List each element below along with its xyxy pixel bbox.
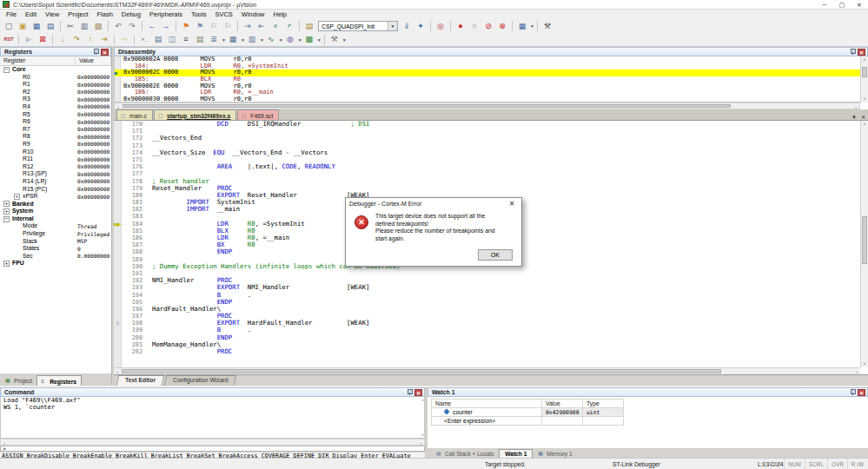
step-over-icon[interactable]: ↷ xyxy=(70,34,83,45)
open-folder-icon[interactable]: ▣ xyxy=(17,21,29,32)
watch-col-type[interactable]: Type xyxy=(583,399,624,408)
register-row[interactable]: R40x00000000 xyxy=(0,103,111,111)
target-select-combo[interactable]: CSP_QUADSPI_Init▼ xyxy=(318,21,398,31)
tab-project[interactable]: ▦Project xyxy=(2,375,36,386)
menu-edit[interactable]: Edit xyxy=(21,10,41,18)
register-row[interactable]: +Banked xyxy=(0,201,111,208)
register-row[interactable]: R20x00000000 xyxy=(0,89,111,96)
disassembly-hscrollbar[interactable]: ‹ › xyxy=(114,102,860,109)
system-viewer-icon[interactable]: ▩ xyxy=(303,34,315,45)
chevron-down-icon[interactable]: ▼ xyxy=(530,23,534,29)
code-line[interactable]: 200 ENDP xyxy=(114,334,860,341)
new-file-icon[interactable]: ▢ xyxy=(3,21,15,32)
pin-icon[interactable] xyxy=(93,49,99,55)
breakpoint-insert-icon[interactable]: ● xyxy=(454,21,467,32)
code-line[interactable]: 195 ENDP xyxy=(114,299,860,306)
step-into-icon[interactable]: ↓ xyxy=(56,34,69,45)
save-icon[interactable]: ▦ xyxy=(30,21,43,32)
tab-call-stack-+-locals[interactable]: ▤Call Stack + Locals xyxy=(431,449,499,458)
register-row[interactable]: R110x00000000 xyxy=(0,155,111,163)
register-row[interactable]: −Core xyxy=(0,66,111,74)
bookmark-previous-icon[interactable]: ⚐ xyxy=(208,21,220,32)
panel-close-icon[interactable]: ✕ xyxy=(101,49,109,56)
tab-memory-1[interactable]: ▦Memory 1 xyxy=(533,449,577,458)
toolbox-icon[interactable]: ⚒ xyxy=(328,34,341,45)
chevron-down-icon[interactable]: ▼ xyxy=(298,37,302,43)
save-all-icon[interactable]: ▤ xyxy=(44,21,56,32)
pin-icon[interactable] xyxy=(407,389,413,395)
memory-window-icon[interactable]: ▦ xyxy=(227,34,239,45)
options-target-icon[interactable]: ✦ xyxy=(414,21,427,32)
redo-icon[interactable]: ↷ xyxy=(126,21,138,32)
ok-button[interactable]: OK xyxy=(478,249,513,261)
indent-right-icon[interactable]: ⇥ xyxy=(242,21,254,32)
stop-icon[interactable]: ⊠ xyxy=(36,34,49,45)
pin-icon[interactable] xyxy=(850,49,856,55)
panel-close-icon[interactable]: ✕ xyxy=(414,389,422,396)
chevron-down-icon[interactable]: ▼ xyxy=(342,37,347,43)
register-row[interactable]: R60x00000000 xyxy=(0,118,111,126)
scroll-up-icon[interactable]: ˄ xyxy=(421,398,424,403)
disassembly-line[interactable]: 0x90000030 0000 MOVS r0,r0 xyxy=(115,96,867,102)
breakpoint-enable-icon[interactable]: ○ xyxy=(468,21,480,32)
watch-window-icon[interactable]: ≣ xyxy=(208,34,220,45)
code-line[interactable]: 170 DCD DSI_IRQHandler ; DSI xyxy=(114,121,860,128)
register-row[interactable]: R70x00000000 xyxy=(0,126,111,134)
expand-icon[interactable]: + xyxy=(3,208,10,215)
panel-close-icon[interactable]: ✕ xyxy=(858,49,865,56)
run-icon[interactable]: ▶ xyxy=(23,34,35,45)
register-row[interactable]: R50x00000000 xyxy=(0,111,111,119)
code-line[interactable]: 176 AREA |.text|, CODE, READONLY xyxy=(114,163,860,170)
register-row[interactable]: +FPU xyxy=(0,260,111,268)
collapse-icon[interactable]: − xyxy=(3,67,10,73)
register-row[interactable]: R30x00000000 xyxy=(0,96,111,103)
code-line[interactable]: 202 PROC xyxy=(114,348,860,355)
flash-download-icon[interactable]: ⇓ xyxy=(401,21,413,32)
callstack-window-icon[interactable]: ▤ xyxy=(194,34,206,45)
tab-configuration-wizard[interactable]: Configuration Wizard xyxy=(164,375,237,386)
scroll-up-icon[interactable]: ˄ xyxy=(861,56,868,63)
disassembly-vscrollbar[interactable]: ˄ ˅ xyxy=(860,56,868,102)
register-row[interactable]: +System xyxy=(0,208,111,215)
scroll-down-icon[interactable]: ˅ xyxy=(421,433,424,438)
copy-icon[interactable]: ▥ xyxy=(78,21,90,32)
register-row[interactable]: StackMSP xyxy=(0,238,111,246)
expand-icon[interactable]: + xyxy=(3,201,10,207)
expand-icon[interactable]: + xyxy=(3,261,10,267)
scroll-up-icon[interactable]: ˄ xyxy=(861,121,868,128)
tab-F469.sct[interactable]: ▢F469.sct xyxy=(237,109,279,120)
command-input[interactable]: > xyxy=(0,446,425,452)
tools-wrench-icon[interactable]: ⚒ xyxy=(541,21,553,32)
editor-vscrollbar[interactable]: ˄ ˅ xyxy=(860,121,868,367)
watch-row[interactable]: <Enter expression> xyxy=(431,417,624,426)
trace-window-icon[interactable]: ◍ xyxy=(284,34,296,45)
register-row[interactable]: R14 (LR)0x00000000 xyxy=(0,178,111,186)
register-row[interactable]: −Internal xyxy=(0,215,111,223)
register-row[interactable]: +xPSR0x00000000 xyxy=(0,193,111,201)
comment-icon[interactable]: // xyxy=(269,21,282,32)
chevron-down-icon[interactable]: ▼ xyxy=(388,22,397,30)
menu-peripherals[interactable]: Peripherals xyxy=(145,10,187,18)
serial-window-icon[interactable]: ▥ xyxy=(246,34,258,45)
code-line[interactable]: 177 xyxy=(114,170,860,177)
menu-flash[interactable]: Flash xyxy=(93,10,117,18)
navigate-forward-icon[interactable]: → xyxy=(160,21,172,32)
undo-icon[interactable]: ↶ xyxy=(112,21,124,32)
dialog-close-icon[interactable]: ✕ xyxy=(506,200,518,208)
registers-window-icon[interactable]: ≡ xyxy=(180,34,192,45)
panel-close-icon[interactable]: ✕ xyxy=(858,389,865,396)
tab-text-editor[interactable]: Text Editor xyxy=(116,375,165,386)
uncomment-icon[interactable]: /* xyxy=(283,21,295,32)
register-row[interactable]: R120x00000000 xyxy=(0,163,111,171)
symbols-window-icon[interactable]: ◫ xyxy=(166,34,178,45)
analysis-window-icon[interactable]: ∿ xyxy=(265,34,277,45)
scroll-down-icon[interactable]: ˅ xyxy=(861,360,868,367)
breakpoint-disable-all-icon[interactable]: ⊘ xyxy=(482,21,494,32)
show-next-statement-icon[interactable]: ⇒ xyxy=(118,34,130,45)
registers-col-value[interactable]: Value xyxy=(76,56,111,65)
disassembly-code[interactable]: 0x9000002A 0000 MOVS r0,r0 184: LDR R0, … xyxy=(114,56,868,102)
bookmark-flag-icon[interactable]: ⚑ xyxy=(180,21,192,32)
register-row[interactable]: R15 (PC)0x00000000 xyxy=(0,186,111,194)
tab-watch-1[interactable]: Watch 1 xyxy=(499,449,533,458)
menu-tools[interactable]: Tools xyxy=(187,10,211,18)
